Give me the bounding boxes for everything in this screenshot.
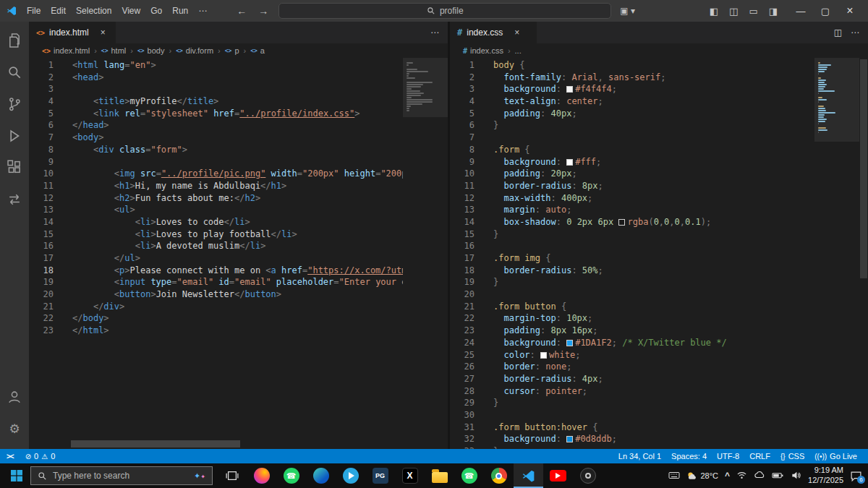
vscode-logo-icon <box>6 5 17 17</box>
symbol-icon: <> <box>137 48 145 54</box>
touch-keyboard-icon[interactable] <box>668 469 680 482</box>
editor-actions-more-icon[interactable]: ⋯ <box>851 27 859 38</box>
go-live-button[interactable]: ((•)) Go Live <box>809 452 862 461</box>
breadcrumb-item-...[interactable]: ... <box>515 46 522 55</box>
close-tab-icon[interactable]: × <box>101 27 106 38</box>
color-swatch <box>566 436 573 442</box>
taskbar-app-whatsapp-icon[interactable]: ☎ <box>276 463 306 488</box>
taskbar-app-firefox-icon[interactable] <box>247 463 276 488</box>
taskbar-app-telegram-icon[interactable] <box>336 463 365 488</box>
breadcrumb-item-index.html[interactable]: <>index.html <box>42 46 90 55</box>
code-editor-html[interactable]: 1234567891011121314151617181920212223 <h… <box>29 58 448 449</box>
start-button[interactable] <box>3 463 30 488</box>
menu-selection[interactable]: Selection <box>71 4 116 18</box>
menu-go[interactable]: Go <box>145 4 167 18</box>
taskbar-app-edge-icon[interactable] <box>306 463 336 488</box>
minimap[interactable] <box>403 58 448 449</box>
code-line: background: #fff; <box>493 156 814 168</box>
code-line: <img src="../profile/pic.png" width="200… <box>72 168 403 180</box>
layout-split-icon[interactable]: ◫ <box>729 6 738 17</box>
taskbar-app-vscode-icon[interactable] <box>514 463 543 488</box>
tab-index-html[interactable]: <> index.html × <box>29 22 116 43</box>
breadcrumb-item-p[interactable]: <>p <box>225 46 239 55</box>
restore-button[interactable]: ▢ <box>813 0 838 22</box>
breadcrumb-item-a[interactable]: <>a <box>250 46 265 55</box>
taskbar-app-chrome-icon[interactable] <box>484 463 514 488</box>
battery-icon[interactable] <box>772 470 784 482</box>
layout-toggle-sidebar-icon[interactable]: ◧ <box>710 6 718 17</box>
warning-count: 0 <box>51 452 55 461</box>
menu-edit[interactable]: Edit <box>46 4 71 18</box>
vertical-scrollbar[interactable] <box>859 58 868 449</box>
taskbar-app-x-twitter-icon[interactable]: X <box>395 463 425 488</box>
horizontal-scrollbar[interactable] <box>71 440 240 448</box>
editor-actions-more-icon[interactable]: ⋯ <box>430 27 439 38</box>
tray-expand-icon[interactable]: ^ <box>725 471 730 481</box>
weather-widget[interactable]: 28°C <box>686 471 718 481</box>
code-line: } <box>493 119 814 132</box>
tab-index-css[interactable]: # index.css × <box>450 22 537 43</box>
forward-icon[interactable]: → <box>258 5 268 17</box>
problems-indicator[interactable]: ⊘ 0 ⚠ 0 <box>20 452 61 461</box>
minimap-slider[interactable] <box>403 58 448 117</box>
minimap[interactable] <box>814 58 859 449</box>
split-editor-icon[interactable]: ◫ <box>834 27 842 38</box>
explorer-icon[interactable] <box>0 25 29 56</box>
settings-gear-icon[interactable]: ⚙ <box>0 413 29 445</box>
back-icon[interactable]: ← <box>237 5 247 17</box>
network-icon[interactable] <box>736 470 747 482</box>
breadcrumb-item-index.css[interactable]: #index.css <box>463 46 503 55</box>
taskbar-app-pgadmin-icon[interactable]: PG <box>365 463 395 488</box>
code-line: <li>A devoted muslim</li> <box>72 240 403 252</box>
run-debug-icon[interactable] <box>0 120 29 152</box>
encoding[interactable]: UTF-8 <box>712 452 744 461</box>
command-center-search[interactable]: profile <box>278 3 611 19</box>
code-line: <head> <box>72 72 403 84</box>
extensions-icon[interactable] <box>0 152 29 184</box>
accounts-icon[interactable] <box>0 381 29 413</box>
minimize-button[interactable]: — <box>788 0 813 22</box>
remote-explorer-icon[interactable] <box>0 184 29 215</box>
taskbar-app-file-explorer-icon[interactable] <box>425 463 454 488</box>
code-lines[interactable]: <html lang="en"><head> <title>myProfile<… <box>62 58 403 449</box>
close-tab-icon[interactable]: × <box>514 27 519 38</box>
menu-run[interactable]: Run <box>167 4 193 18</box>
onedrive-cloud-icon[interactable] <box>754 469 765 482</box>
taskbar-clock[interactable]: 9:19 AM 12/7/2025 <box>808 466 843 486</box>
code-line: <li>Loves to code</li> <box>72 216 403 228</box>
code-line: <li>Loves to play football</li> <box>72 228 403 241</box>
layout-toggle-panel-icon[interactable]: ▭ <box>749 6 757 17</box>
taskbar-search-input[interactable]: Type here to search ✦✦ <box>30 466 213 485</box>
breadcrumb-item-html[interactable]: <>html <box>101 46 126 55</box>
eol-sequence[interactable]: CRLF <box>744 452 775 461</box>
code-lines[interactable]: body { font-family: Arial, sans-serif; b… <box>483 58 814 449</box>
remote-indicator-icon[interactable]: >< <box>0 453 20 461</box>
menu-view[interactable]: View <box>116 4 145 18</box>
menu-more[interactable]: ⋯ <box>193 4 212 18</box>
layout-secondary-sidebar-icon[interactable]: ◨ <box>769 6 778 17</box>
menu-file[interactable]: File <box>22 4 46 18</box>
color-swatch <box>566 159 573 166</box>
code-line <box>493 240 814 252</box>
taskbar-app-media-app-icon[interactable] <box>573 463 603 488</box>
code-line: border: none; <box>493 361 814 373</box>
breadcrumb-item-div.form[interactable]: <>div.form <box>176 46 213 55</box>
code-line: .form button { <box>493 301 814 313</box>
taskbar-app-task-view-icon[interactable] <box>217 463 247 488</box>
customize-layout-icon[interactable]: ▣ ▾ <box>620 6 635 16</box>
taskbar-app-youtube-icon[interactable] <box>543 463 573 488</box>
search-icon <box>427 7 435 15</box>
indentation[interactable]: Spaces: 4 <box>666 452 712 461</box>
close-button[interactable]: × <box>838 0 862 22</box>
notification-center-button[interactable]: 6 <box>850 470 862 482</box>
language-mode[interactable]: {} CSS <box>775 452 809 461</box>
source-control-icon[interactable] <box>0 88 29 120</box>
search-sidebar-icon[interactable] <box>0 56 29 88</box>
speaker-icon[interactable] <box>791 470 801 482</box>
taskbar-app-whatsapp-2-icon[interactable]: ☎ <box>454 463 484 488</box>
html-file-icon: <> <box>36 29 45 37</box>
cursor-position[interactable]: Ln 34, Col 1 <box>613 452 666 461</box>
code-editor-css[interactable]: 1234567891011121314151617181920212223242… <box>450 58 868 449</box>
breadcrumb-item-body[interactable]: <>body <box>137 46 165 55</box>
code-line: margin-top: 10px; <box>493 312 814 325</box>
